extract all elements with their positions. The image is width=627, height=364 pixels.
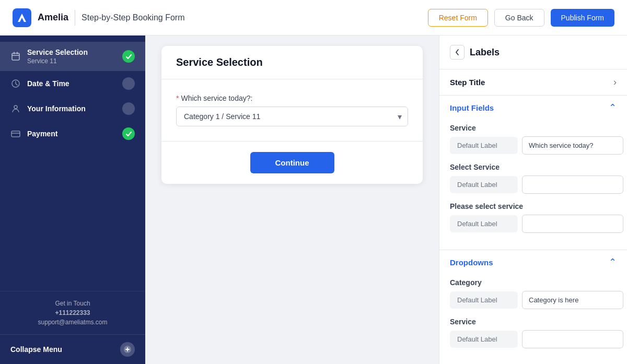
service-default-label: Default Label	[450, 137, 518, 154]
please-select-field-group: Please select service Default Label	[450, 202, 617, 233]
select-service-field-row: Default Label	[450, 175, 617, 194]
category-field-title: Category	[450, 278, 617, 287]
step-title-section: Step Title ›	[439, 69, 627, 96]
payment-check-icon	[125, 131, 132, 137]
service-dropdown-default-label: Default Label	[450, 331, 518, 348]
service-dropdown-field-title: Service	[450, 318, 617, 326]
calendar-icon	[10, 51, 21, 62]
contact-phone: +111222333	[8, 309, 137, 316]
header-divider	[75, 10, 75, 26]
booking-card-footer: Continue	[161, 141, 423, 184]
sidebar-item-your-information[interactable]: Your Information	[0, 96, 145, 121]
please-select-default-label: Default Label	[450, 215, 518, 232]
go-back-button[interactable]: Go Back	[494, 9, 544, 27]
info-toggle	[122, 102, 135, 115]
collapse-menu-button[interactable]: Collapse Menu	[0, 334, 145, 364]
clock-icon	[10, 78, 21, 89]
required-star: *	[176, 94, 179, 102]
contact-label: Get in Touch	[8, 300, 137, 307]
dropdowns-section: Dropdowns ⌃ Category Default Label Servi…	[439, 250, 627, 364]
service-select-wrapper: Category 1 / Service 11 ▾	[176, 107, 408, 126]
plus-icon	[124, 346, 131, 353]
service-dropdown-field-input[interactable]	[522, 330, 623, 348]
right-panel: Labels Step Title › Input Fields ⌃ Servi…	[439, 36, 627, 364]
sidebar-contact: Get in Touch +111222333 support@ameliatm…	[0, 291, 145, 334]
continue-button[interactable]: Continue	[250, 152, 334, 173]
sidebar-service-subtitle: Service 11	[27, 57, 116, 65]
header-left: Amelia Step-by-Step Booking Form	[13, 8, 184, 27]
step-title-chevron: ›	[613, 77, 617, 88]
sidebar-info-content: Your Information	[27, 104, 116, 113]
sidebar-item-service-content: Service Selection Service 11	[27, 48, 116, 65]
datetime-toggle	[122, 77, 135, 90]
sidebar-info-title: Your Information	[27, 104, 116, 113]
booking-card-body: *Which service today?: Category 1 / Serv…	[161, 79, 423, 141]
sidebar-payment-title: Payment	[27, 130, 116, 138]
sidebar-item-payment[interactable]: Payment	[0, 121, 145, 146]
sidebar-item-service-selection[interactable]: Service Selection Service 11	[0, 42, 145, 71]
svg-rect-2	[12, 53, 19, 60]
select-service-default-label: Default Label	[450, 176, 518, 193]
input-fields-header[interactable]: Input Fields ⌃	[439, 96, 627, 120]
amelia-logo	[13, 8, 31, 27]
sidebar-item-date-time[interactable]: Date & Time	[0, 71, 145, 96]
which-service-label: *Which service today?:	[176, 94, 408, 102]
contact-email: support@ameliatms.com	[8, 319, 137, 326]
select-service-field-group: Select Service Default Label	[450, 163, 617, 194]
select-service-field-title: Select Service	[450, 163, 617, 171]
input-fields-label: Input Fields	[450, 103, 494, 112]
collapse-label: Collapse Menu	[10, 345, 62, 354]
service-dropdown-field-group: Service Default Label	[450, 318, 617, 348]
service-field-title: Service	[450, 124, 617, 132]
please-select-field-row: Default Label	[450, 215, 617, 233]
dropdowns-fields-container: Category Default Label Service Default L…	[439, 274, 627, 364]
svg-point-7	[14, 105, 17, 109]
dropdowns-header[interactable]: Dropdowns ⌃	[439, 250, 627, 274]
service-field-input[interactable]	[522, 136, 623, 155]
category-field-input[interactable]	[522, 291, 623, 309]
sidebar-datetime-title: Date & Time	[27, 79, 116, 88]
service-select[interactable]: Category 1 / Service 11	[176, 107, 408, 126]
input-fields-container: Service Default Label Select Service Def…	[439, 120, 627, 250]
service-check-badge	[122, 50, 135, 63]
card-icon	[10, 128, 21, 139]
sidebar: Service Selection Service 11 Date & Time	[0, 36, 145, 364]
center-content: Service Selection *Which service today?:…	[145, 36, 439, 364]
service-field-group: Service Default Label	[450, 124, 617, 155]
svg-rect-8	[11, 131, 20, 137]
sidebar-service-title: Service Selection	[27, 48, 116, 56]
service-field-row: Default Label	[450, 136, 617, 155]
please-select-field-title: Please select service	[450, 202, 617, 210]
app-name: Amelia	[38, 12, 68, 23]
header-actions: Reset Form Go Back Publish Form	[428, 9, 614, 27]
collapse-icon	[120, 342, 135, 357]
input-fields-chevron-icon: ⌃	[609, 102, 617, 113]
category-default-label: Default Label	[450, 291, 518, 309]
category-field-group: Category Default Label	[450, 278, 617, 309]
reset-form-button[interactable]: Reset Form	[428, 9, 488, 27]
input-fields-section: Input Fields ⌃ Service Default Label Sel…	[439, 96, 627, 250]
panel-title: Labels	[470, 47, 500, 58]
category-field-row: Default Label	[450, 291, 617, 309]
check-icon	[125, 53, 132, 60]
chevron-left-icon	[455, 49, 460, 56]
step-title-label: Step Title	[450, 78, 485, 87]
service-dropdown-field-row: Default Label	[450, 330, 617, 348]
person-icon	[10, 103, 21, 114]
booking-card: Service Selection *Which service today?:…	[161, 46, 423, 184]
dropdowns-label: Dropdowns	[450, 258, 493, 267]
main-layout: Service Selection Service 11 Date & Time	[0, 36, 627, 364]
sidebar-payment-content: Payment	[27, 130, 116, 138]
booking-card-title: Service Selection	[161, 46, 423, 79]
please-select-field-input[interactable]	[522, 215, 623, 233]
step-title-row[interactable]: Step Title ›	[439, 69, 627, 95]
panel-back-button[interactable]	[450, 45, 465, 60]
page-title: Step-by-Step Booking Form	[82, 13, 184, 22]
payment-check-badge	[122, 127, 135, 140]
select-service-field-input[interactable]	[522, 175, 623, 194]
app-header: Amelia Step-by-Step Booking Form Reset F…	[0, 0, 627, 36]
panel-header: Labels	[439, 36, 627, 69]
sidebar-spacer	[0, 146, 145, 291]
publish-form-button[interactable]: Publish Form	[551, 9, 614, 27]
dropdowns-chevron-icon: ⌃	[609, 256, 617, 268]
